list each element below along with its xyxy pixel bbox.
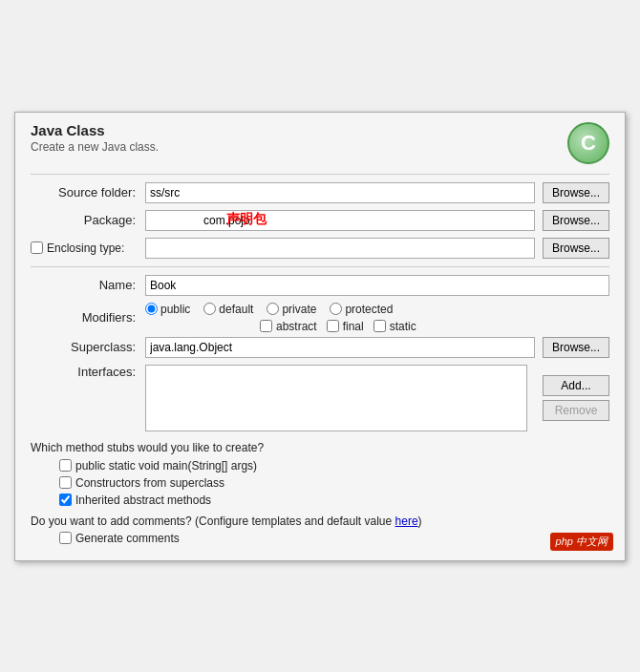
stub-inherited-checkbox[interactable]: [59, 494, 72, 506]
stub-inherited-label[interactable]: Inherited abstract methods: [59, 494, 609, 507]
stubs-options: public static void main(String[] args) C…: [59, 459, 609, 507]
modifier-abstract-text: abstract: [276, 320, 317, 333]
php-badge: php 中文网: [550, 533, 613, 551]
package-browse-button[interactable]: Browse...: [543, 210, 609, 231]
generate-comments-checkbox[interactable]: [59, 532, 72, 544]
title-block: Java Class Create a new Java class.: [31, 122, 159, 154]
source-folder-browse-button[interactable]: Browse...: [543, 182, 609, 203]
enclosing-type-row: Enclosing type: Browse...: [31, 238, 609, 259]
separator-mid: [31, 266, 609, 267]
enclosing-type-label-text: Enclosing type:: [47, 242, 124, 255]
dialog-subtitle: Create a new Java class.: [31, 140, 159, 154]
php-badge-text: php 中文网: [556, 536, 608, 547]
modifier-public-label[interactable]: public: [145, 303, 190, 316]
modifier-private-radio[interactable]: [267, 303, 279, 315]
interfaces-field: Add... Remove: [145, 365, 609, 431]
name-row: Name:: [31, 275, 609, 296]
comments-section: Do you want to add comments? (Configure …: [31, 514, 609, 545]
interfaces-label: Interfaces:: [31, 365, 145, 379]
enclosing-type-field: Browse...: [145, 238, 609, 259]
modifier-default-label[interactable]: default: [203, 303, 253, 316]
stub-constructors-text: Constructors from superclass: [75, 476, 224, 490]
source-folder-label: Source folder:: [31, 185, 145, 200]
modifier-abstract-checkbox[interactable]: [260, 320, 272, 332]
package-label: Package:: [31, 213, 145, 227]
stubs-section: Which method stubs would you like to cre…: [31, 441, 609, 507]
dialog-title: Java Class: [31, 122, 159, 138]
modifier-protected-label[interactable]: protected: [330, 303, 393, 316]
superclass-browse-button[interactable]: Browse...: [543, 337, 609, 358]
modifier-private-text: private: [282, 303, 316, 316]
source-folder-input[interactable]: [145, 182, 535, 203]
modifier-final-checkbox[interactable]: [327, 320, 339, 332]
source-folder-row: Source folder: Browse...: [31, 182, 609, 203]
stub-main-text: public static void main(String[] args): [75, 459, 257, 472]
stub-main-label[interactable]: public static void main(String[] args): [59, 459, 609, 472]
name-field: [145, 275, 609, 296]
modifier-public-radio[interactable]: [145, 303, 158, 315]
enclosing-type-browse-button[interactable]: Browse...: [543, 238, 609, 259]
modifier-protected-radio[interactable]: [330, 303, 342, 315]
package-row: Package: 声明包 Browse...: [31, 210, 609, 231]
comments-title-before: Do you want to add comments? (Configure …: [31, 514, 395, 528]
modifier-final-text: final: [343, 320, 364, 333]
package-input[interactable]: [145, 210, 535, 231]
modifier-default-text: default: [219, 303, 253, 316]
interfaces-buttons: Add... Remove: [535, 375, 609, 421]
modifiers-label: Modifiers:: [31, 310, 145, 325]
enclosing-type-checkbox-label[interactable]: Enclosing type:: [31, 242, 136, 255]
modifiers-line2: abstract final static: [260, 320, 416, 333]
generate-comments-label[interactable]: Generate comments: [59, 532, 609, 545]
modifiers-line1: public default private protected: [145, 303, 416, 316]
modifier-final-label[interactable]: final: [327, 320, 364, 333]
comments-title: Do you want to add comments? (Configure …: [31, 514, 609, 528]
separator-top: [31, 174, 609, 175]
superclass-row: Superclass: Browse...: [31, 337, 609, 358]
comments-here-link[interactable]: here: [395, 514, 418, 528]
interfaces-row: Interfaces: Add... Remove: [31, 365, 609, 431]
generate-comments-text: Generate comments: [75, 532, 180, 545]
modifiers-row: Modifiers: public default private protec…: [31, 303, 609, 333]
stubs-title: Which method stubs would you like to cre…: [31, 441, 609, 454]
interfaces-textarea[interactable]: [145, 365, 527, 431]
java-logo: C: [567, 122, 609, 164]
name-input[interactable]: [145, 275, 609, 296]
logo-letter: C: [581, 131, 596, 156]
interfaces-add-button[interactable]: Add...: [543, 375, 609, 396]
enclosing-type-label: Enclosing type:: [31, 242, 145, 255]
modifier-abstract-label[interactable]: abstract: [260, 320, 317, 333]
name-label: Name:: [31, 278, 145, 292]
modifiers-options: public default private protected: [145, 303, 416, 333]
dialog-header: Java Class Create a new Java class. C: [31, 122, 609, 164]
enclosing-type-checkbox[interactable]: [31, 242, 43, 254]
superclass-label: Superclass:: [31, 340, 145, 354]
superclass-field: Browse...: [145, 337, 609, 358]
stub-inherited-text: Inherited abstract methods: [75, 494, 211, 507]
modifier-static-label[interactable]: static: [373, 320, 416, 333]
modifier-static-text: static: [390, 320, 416, 333]
interfaces-remove-button[interactable]: Remove: [543, 400, 609, 421]
enclosing-type-input[interactable]: [145, 238, 535, 259]
stub-constructors-checkbox[interactable]: [59, 476, 72, 489]
comments-options: Generate comments: [59, 532, 609, 545]
source-folder-field: Browse...: [145, 182, 609, 203]
stub-main-checkbox[interactable]: [59, 459, 72, 472]
superclass-input[interactable]: [145, 337, 535, 358]
modifier-private-label[interactable]: private: [267, 303, 316, 316]
modifier-default-radio[interactable]: [203, 303, 216, 315]
modifier-static-checkbox[interactable]: [373, 320, 386, 332]
modifier-public-text: public: [160, 303, 190, 316]
comments-title-after: ): [418, 514, 422, 528]
stub-constructors-label[interactable]: Constructors from superclass: [59, 476, 609, 490]
modifier-protected-text: protected: [345, 303, 393, 316]
package-field: 声明包 Browse...: [145, 210, 609, 231]
java-class-dialog: Java Class Create a new Java class. C So…: [14, 112, 626, 561]
